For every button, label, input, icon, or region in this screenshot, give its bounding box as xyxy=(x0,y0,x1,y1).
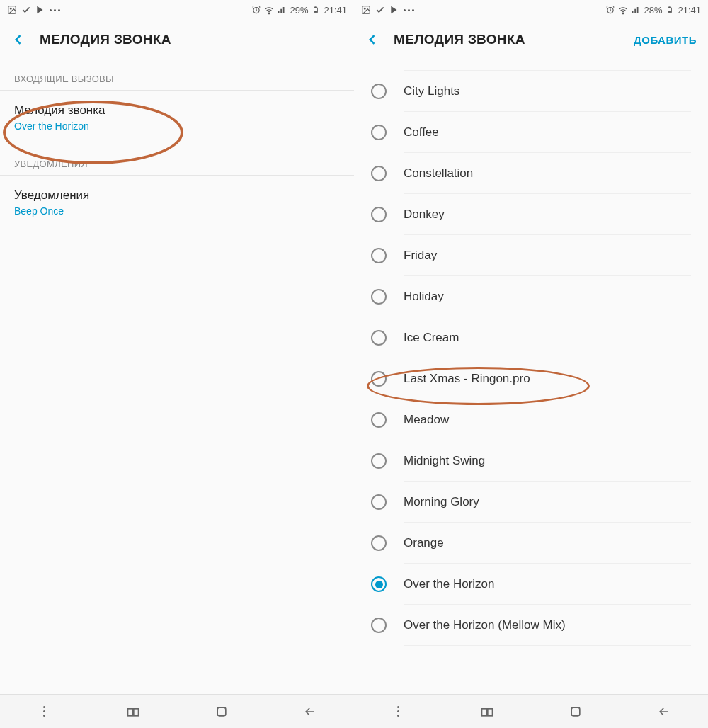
screen-ringtone-picker: 28% 21:41 МЕЛОДИЯ ЗВОНКА ДОБАВИТЬ Beep B… xyxy=(354,0,708,728)
svg-point-17 xyxy=(364,8,365,9)
nav-home-button[interactable] xyxy=(214,704,229,720)
ringtone-item[interactable]: Ice Cream xyxy=(354,317,708,358)
radio-button[interactable] xyxy=(371,207,387,222)
ringtone-item[interactable]: Constellation xyxy=(354,153,708,194)
nav-recents-button[interactable] xyxy=(125,704,141,720)
ringtone-label: Ice Cream xyxy=(404,331,459,345)
svg-rect-23 xyxy=(481,708,486,715)
notifications-setting-value: Beep Once xyxy=(14,205,340,217)
radio-button[interactable] xyxy=(371,576,387,592)
ringtone-item[interactable]: Midnight Swing xyxy=(354,440,708,482)
ringtone-item[interactable]: Friday xyxy=(354,235,708,276)
radio-button[interactable] xyxy=(371,125,387,140)
play-store-icon xyxy=(35,5,45,15)
ringtone-label: Friday xyxy=(404,249,437,263)
status-bar: 28% 21:41 xyxy=(354,0,708,20)
svg-rect-25 xyxy=(571,707,580,716)
alarm-icon xyxy=(605,5,615,15)
nav-back-button[interactable] xyxy=(302,704,318,720)
ringtone-item[interactable]: Morning Glory xyxy=(354,482,708,523)
battery-icon xyxy=(665,5,675,15)
ringtone-label: Morning Glory xyxy=(404,495,479,509)
navigation-bar xyxy=(0,694,354,728)
svg-rect-21 xyxy=(669,7,671,8)
wifi-icon xyxy=(618,5,628,15)
ringtone-label: Orange xyxy=(404,536,444,550)
ringtone-item[interactable]: Last Xmas - Ringon.pro xyxy=(354,358,708,399)
radio-button[interactable] xyxy=(371,289,387,305)
radio-button[interactable] xyxy=(371,494,387,510)
ringtone-item[interactable]: City Lights xyxy=(354,71,708,112)
radio-button[interactable] xyxy=(371,535,387,551)
ringtone-label: City Lights xyxy=(404,84,459,98)
ringtone-item[interactable]: Orange xyxy=(354,523,708,564)
radio-button[interactable] xyxy=(371,453,387,469)
svg-rect-24 xyxy=(487,708,492,715)
clock-time: 21:41 xyxy=(678,5,701,16)
play-store-icon xyxy=(389,5,399,15)
svg-rect-22 xyxy=(669,11,671,13)
ringtone-item[interactable]: Coffee xyxy=(354,112,708,153)
ringtone-label: Midnight Swing xyxy=(404,454,485,468)
clock-time: 21:41 xyxy=(324,5,347,16)
wifi-icon xyxy=(264,5,274,15)
svg-point-7 xyxy=(10,8,11,9)
radio-button[interactable] xyxy=(371,248,387,263)
nav-menu-button[interactable] xyxy=(37,704,52,720)
check-icon xyxy=(21,5,31,15)
add-button[interactable]: ДОБАВИТЬ xyxy=(634,34,697,46)
back-button[interactable] xyxy=(365,33,379,47)
navigation-bar xyxy=(354,694,708,728)
check-icon xyxy=(375,5,385,15)
svg-point-19 xyxy=(623,13,624,13)
ringtone-setting-row[interactable]: Мелодия звонка Over the Horizon xyxy=(0,91,354,144)
ringtone-setting-title: Мелодия звонка xyxy=(14,103,340,118)
radio-button[interactable] xyxy=(371,371,387,387)
ringtone-list[interactable]: Beep BeepCity LightsCoffeeConstellationD… xyxy=(354,59,708,694)
image-icon xyxy=(7,5,17,15)
battery-percent: 29% xyxy=(290,5,308,16)
notifications-setting-title: Уведомления xyxy=(14,188,340,203)
radio-button[interactable] xyxy=(371,412,387,428)
ringtone-item[interactable]: Over the Horizon xyxy=(354,564,708,605)
more-icon xyxy=(404,9,414,11)
svg-point-9 xyxy=(269,13,270,13)
ringtone-item[interactable]: Beep Beep xyxy=(354,59,708,71)
radio-button[interactable] xyxy=(371,84,387,99)
ringtone-label: Donkey xyxy=(404,207,445,222)
nav-home-button[interactable] xyxy=(568,704,583,720)
app-header: МЕЛОДИЯ ЗВОНКА ДОБАВИТЬ xyxy=(354,20,708,59)
ringtone-label: Over the Horizon xyxy=(404,577,495,591)
section-notifications: УВЕДОМЛЕНИЯ xyxy=(0,144,354,176)
settings-content: ВХОДЯЩИЕ ВЫЗОВЫ Мелодия звонка Over the … xyxy=(0,59,354,694)
ringtone-label: Over the Horizon (Mellow Mix) xyxy=(404,618,566,632)
ringtone-label: Holiday xyxy=(404,290,444,304)
svg-rect-12 xyxy=(315,11,317,13)
section-incoming-calls: ВХОДЯЩИЕ ВЫЗОВЫ xyxy=(0,59,354,91)
alarm-icon xyxy=(251,5,261,15)
svg-rect-14 xyxy=(133,708,138,715)
battery-percent: 28% xyxy=(644,5,662,16)
app-header: МЕЛОДИЯ ЗВОНКА xyxy=(0,20,354,59)
ringtone-item[interactable]: Holiday xyxy=(354,276,708,317)
ringtone-setting-value: Over the Horizon xyxy=(14,120,340,132)
screen-settings: 29% 21:41 МЕЛОДИЯ ЗВОНКА ВХОДЯЩИЕ ВЫЗОВЫ… xyxy=(0,0,354,728)
ringtone-item[interactable]: Meadow xyxy=(354,399,708,440)
radio-button[interactable] xyxy=(371,166,387,181)
notifications-setting-row[interactable]: Уведомления Beep Once xyxy=(0,176,354,229)
page-title: МЕЛОДИЯ ЗВОНКА xyxy=(40,32,343,47)
svg-rect-13 xyxy=(127,708,132,715)
more-icon xyxy=(50,9,60,11)
svg-rect-11 xyxy=(315,7,317,8)
status-bar: 29% 21:41 xyxy=(0,0,354,20)
radio-button[interactable] xyxy=(371,618,387,633)
battery-icon xyxy=(311,5,321,15)
nav-back-button[interactable] xyxy=(656,704,672,720)
signal-icon xyxy=(631,5,641,15)
back-button[interactable] xyxy=(11,33,25,47)
nav-menu-button[interactable] xyxy=(391,704,406,720)
radio-button[interactable] xyxy=(371,330,387,346)
ringtone-item[interactable]: Donkey xyxy=(354,194,708,235)
ringtone-item[interactable]: Over the Horizon (Mellow Mix) xyxy=(354,605,708,646)
nav-recents-button[interactable] xyxy=(479,704,495,720)
